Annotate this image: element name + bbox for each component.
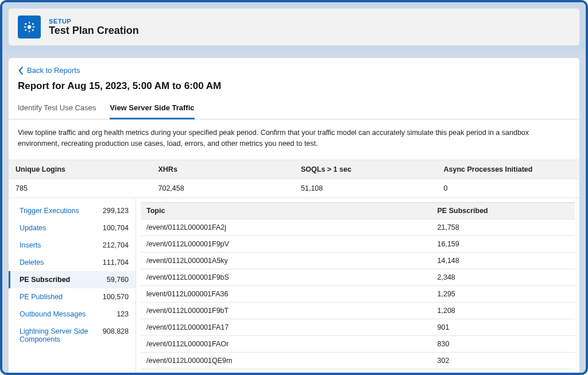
metrics-cell: 702,458 — [152, 179, 295, 198]
gear-sun-icon — [22, 20, 36, 34]
detail-header: PE Subscribed — [432, 202, 575, 219]
sidebar-item-pe-subscribed[interactable]: PE Subscribed59,760 — [9, 271, 136, 288]
topic-cell: /event/0112L000001QE9m — [141, 352, 432, 369]
detail-header: Topic — [141, 202, 432, 219]
table-row: /event/0112L000001F9bS2,348 — [141, 269, 575, 285]
table-row: /event/0112L000001FAOr830 — [141, 335, 575, 352]
topic-cell: /event/0112L000001F9bS — [141, 269, 432, 285]
content-card: Back to Reports Report for Aug 15, 2023,… — [8, 57, 580, 375]
topic-cell: /event/0112L000001FA7U — [141, 369, 432, 375]
sidebar-item-value: 123 — [117, 310, 129, 318]
header-card: SETUP Test Plan Creation — [8, 8, 580, 46]
table-row: /event/0112L000001FA7U260 — [141, 369, 575, 375]
sidebar-item-trigger-executions[interactable]: Trigger Executions299,123 — [9, 202, 136, 219]
detail-panel: TopicPE Subscribed /event/0112L000001FA2… — [136, 198, 579, 376]
metrics-cell: 51,108 — [294, 179, 437, 198]
sidebar-item-inserts[interactable]: Inserts212,704 — [9, 237, 136, 254]
header-region: SETUP Test Plan Creation — [2, 2, 586, 52]
metrics-table: Unique LoginsXHRsSOQLs > 1 secAsync Proc… — [9, 160, 579, 198]
count-cell: 21,758 — [432, 219, 575, 235]
header-eyebrow: SETUP — [49, 18, 139, 25]
page-title: Test Plan Creation — [49, 25, 139, 37]
metrics-header: Async Processes Initiated — [437, 160, 580, 179]
count-cell: 1,295 — [432, 285, 575, 302]
sidebar-item-label: Deletes — [20, 258, 44, 266]
svg-point-0 — [28, 25, 31, 29]
table-row: /event/0112L000001FA17901 — [141, 319, 575, 335]
sidebar-item-outbound-messages[interactable]: Outbound Messages123 — [9, 306, 136, 323]
table-row: /event/0112L000001QE9m302 — [141, 352, 575, 369]
topic-cell: /event/0112L000001F9bT — [141, 302, 432, 319]
sidebar-item-deletes[interactable]: Deletes111,704 — [9, 254, 136, 271]
sidebar-item-label: Outbound Messages — [20, 310, 86, 318]
tab-description: View topline traffic and org health metr… — [9, 119, 579, 160]
report-title: Report for Aug 15, 2023, 5:00 AM to 6:00… — [9, 80, 579, 99]
sidebar-item-value: 299,123 — [103, 207, 129, 215]
tab-identify-test-use-cases[interactable]: Identify Test Use Cases — [18, 99, 96, 119]
metrics-header: Unique Logins — [9, 160, 152, 179]
app-frame: SETUP Test Plan Creation Back to Reports… — [0, 0, 588, 375]
topic-cell: /event/0112L000001FAOr — [141, 335, 432, 352]
sidebar-item-value: 100,570 — [103, 293, 129, 301]
chevron-left-icon — [18, 67, 24, 75]
table-row: /event/0112L000001FA2j21,758 — [141, 219, 575, 235]
count-cell: 830 — [432, 335, 575, 352]
sidebar-item-value: 59,760 — [107, 276, 129, 284]
count-cell: 1,208 — [432, 302, 575, 319]
sidebar-item-label: Lightning Server Side Components — [20, 327, 103, 343]
topic-cell: /event/0112L000001FA17 — [141, 319, 432, 335]
count-cell: 14,148 — [432, 252, 575, 269]
count-cell: 302 — [432, 352, 575, 369]
sidebar-item-value: 111,704 — [103, 258, 129, 266]
sidebar-item-value: 100,704 — [103, 224, 129, 232]
header-text: SETUP Test Plan Creation — [49, 18, 139, 37]
back-link-label: Back to Reports — [27, 66, 80, 75]
back-to-reports-link[interactable]: Back to Reports — [9, 58, 579, 80]
sidebar-item-pe-published[interactable]: PE Published100,570 — [9, 288, 136, 306]
metrics-header: SOQLs > 1 sec — [294, 160, 437, 179]
table-row: /event/0112L000001F9bT1,208 — [141, 302, 575, 319]
table-row: /event/0112L000001F9pV16,159 — [141, 235, 575, 252]
metrics-cell: 785 — [9, 179, 152, 198]
metrics-cell: 0 — [437, 179, 580, 198]
count-cell: 2,348 — [432, 269, 575, 285]
detail-table: TopicPE Subscribed /event/0112L000001FA2… — [141, 202, 575, 376]
topic-cell: /event/0112L000001A5ky — [141, 252, 432, 269]
sidebar-item-value: 212,704 — [103, 241, 129, 249]
tabs: Identify Test Use CasesView Server Side … — [9, 99, 579, 119]
count-cell: 901 — [432, 319, 575, 335]
lower-panel: Trigger Executions299,123Updates100,704I… — [9, 198, 579, 376]
table-row: levent/0112L000001FA361,295 — [141, 285, 575, 302]
page-body: Back to Reports Report for Aug 15, 2023,… — [2, 52, 586, 375]
topic-cell: /event/0112L000001FA2j — [141, 219, 432, 235]
topic-cell: levent/0112L000001FA36 — [141, 285, 432, 302]
tab-view-server-side-traffic[interactable]: View Server Side Traffic — [110, 99, 194, 119]
sidebar-item-lightning-server-side-components[interactable]: Lightning Server Side Components908,828 — [9, 323, 136, 348]
sidebar-item-label: PE Subscribed — [20, 276, 70, 284]
count-cell: 260 — [432, 369, 575, 375]
sidebar-item-updates[interactable]: Updates100,704 — [9, 219, 136, 237]
setup-icon — [18, 16, 41, 38]
sidebar-item-label: Trigger Executions — [20, 207, 79, 215]
count-cell: 16,159 — [432, 235, 575, 252]
sidebar-item-label: Inserts — [20, 241, 41, 249]
category-sidebar: Trigger Executions299,123Updates100,704I… — [9, 198, 136, 376]
topic-cell: /event/0112L000001F9pV — [141, 235, 432, 252]
table-row: /event/0112L000001A5ky14,148 — [141, 252, 575, 269]
metrics-header: XHRs — [152, 160, 295, 179]
sidebar-item-label: PE Published — [20, 293, 63, 301]
sidebar-item-label: Updates — [20, 224, 47, 232]
sidebar-item-value: 908,828 — [103, 327, 129, 335]
